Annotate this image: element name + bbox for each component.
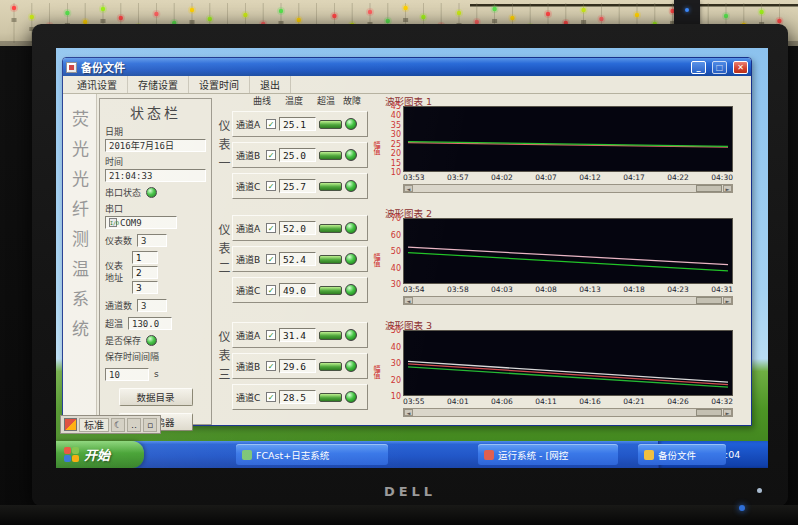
meter-address-list[interactable]: 123 [132,251,158,294]
meter-address-item[interactable]: 1 [132,251,158,264]
channel-temperature: 25.1 [279,117,316,131]
chart-scrollbar[interactable]: ◄► [403,184,733,193]
series-green-line [408,367,728,387]
channel-checkbox[interactable]: ✓ [266,254,276,264]
scroll-thumb[interactable] [696,409,722,416]
channel-checkbox[interactable]: ✓ [266,361,276,371]
chart-y-axis: 7060504030 [381,218,403,284]
overtemp-led [319,182,342,191]
scroll-left-arrow[interactable]: ◄ [404,409,413,416]
scroll-thumb[interactable] [696,297,722,304]
channel-checkbox[interactable]: ✓ [266,181,276,191]
scroll-right-arrow[interactable]: ► [723,409,732,416]
chart-title: 波形图表 2 [371,206,749,218]
ime-options-icon[interactable]: ‥ [127,418,141,432]
meter-address-item[interactable]: 3 [132,281,158,294]
y-tick: 20 [391,376,401,385]
scroll-right-arrow[interactable]: ► [723,297,732,304]
channel-row: 通道A✓25.1 [232,111,368,137]
serial-status-label: 串口状态 [105,186,141,199]
y-tick: 70 [391,214,401,223]
x-tick: 04:01 [447,397,469,406]
x-tick: 04:22 [667,173,689,182]
menu-item-2[interactable]: 设置时间 [189,76,250,93]
fault-led [345,180,357,192]
fault-led [345,329,357,341]
channel-checkbox[interactable]: ✓ [266,392,276,402]
system-name: 荧光光纤测温系统 [67,110,92,350]
meter-addr-label: 仪表地址 [105,261,127,284]
y-tick: 25 [391,140,401,149]
chart-scrollbar[interactable]: ◄► [403,296,733,305]
menu-item-3[interactable]: 退出 [250,76,291,93]
chart-y-axis-label: 幅值 [371,218,381,284]
desk-blue-led [739,505,745,511]
ime-logo-icon[interactable] [64,418,77,431]
maximize-button[interactable]: □ [712,61,727,74]
close-button[interactable]: ✕ [733,61,748,74]
channel-label: 通道A [236,222,263,235]
desk [0,505,798,525]
x-tick: 04:13 [579,285,601,294]
channel-row: 通道C✓25.7 [232,173,368,199]
screen: 备份文件 _ □ ✕ 通讯设置存储设置设置时间退出 荧光光纤测温系统 状态栏 日… [56,48,768,468]
chart-title: 波形图表 1 [371,94,749,106]
save-interval-unit: s [154,369,159,379]
chart-y-axis: 5040302010 [381,330,403,396]
taskbar-task-2[interactable]: 备份文件 [638,444,726,465]
task-icon [242,450,252,460]
taskbar: 开始 21:04 FCAst+日志系统运行系统 - [网控备份文件 [56,441,768,468]
x-tick: 04:11 [535,397,557,406]
serial-port-select[interactable]: I/O COM9 [105,216,177,229]
channel-label: 通道B [236,253,263,266]
x-tick: 04:32 [711,397,733,406]
channel-temperature: 31.4 [279,328,316,342]
scroll-left-arrow[interactable]: ◄ [404,297,413,304]
fault-led [345,222,357,234]
taskbar-task-1[interactable]: 运行系统 - [网控 [478,444,618,465]
header-overtemp: 超温 [317,94,335,107]
channel-label: 通道C [236,391,263,404]
x-tick: 03:53 [403,173,425,182]
header-fault: 故障 [343,94,361,107]
window-titlebar[interactable]: 备份文件 _ □ ✕ [63,58,751,76]
task-icon [484,450,494,460]
data-directory-button[interactable]: 数据目录 [119,388,193,406]
start-button[interactable]: 开始 [56,441,144,468]
ime-toolbar-icon[interactable]: ▫ [143,418,157,432]
scroll-right-arrow[interactable]: ► [723,185,732,192]
save-led [146,335,157,346]
chart-scrollbar[interactable]: ◄► [403,408,733,417]
x-tick: 04:21 [623,397,645,406]
taskbar-task-0[interactable]: FCAst+日志系统 [236,444,388,465]
status-panel-title: 状态栏 [105,102,206,122]
instrument-name: 仪表二 [215,215,232,303]
channel-checkbox[interactable]: ✓ [266,223,276,233]
y-tick: 30 [391,359,401,368]
save-interval-value: 10 [105,368,149,381]
x-tick: 04:26 [667,397,689,406]
ime-bar[interactable]: 标准 ☾ ‥ ▫ [60,415,161,434]
status-panel: 状态栏 日期 2016年7月16日 时间 21:04:33 串口状态 串口 I/… [99,98,212,425]
x-tick: 03:54 [403,285,425,294]
instrument-group: 仪表二通道A✓52.0通道B✓52.4通道C✓49.0 [215,215,368,303]
menu-item-1[interactable]: 存储设置 [128,76,189,93]
scroll-thumb[interactable] [696,185,722,192]
channel-checkbox[interactable]: ✓ [266,150,276,160]
x-tick: 04:03 [491,285,513,294]
channel-checkbox[interactable]: ✓ [266,285,276,295]
channel-checkbox[interactable]: ✓ [266,119,276,129]
moon-icon[interactable]: ☾ [111,418,125,432]
scroll-left-arrow[interactable]: ◄ [404,185,413,192]
ime-mode-label[interactable]: 标准 [79,418,109,432]
y-tick: 40 [391,343,401,352]
header-temperature: 温度 [285,94,303,107]
start-label: 开始 [84,445,110,464]
channel-checkbox[interactable]: ✓ [266,330,276,340]
channel-label: 通道C [236,284,263,297]
meter-address-item[interactable]: 2 [132,266,158,279]
minimize-button[interactable]: _ [691,61,706,74]
x-tick: 04:30 [711,173,733,182]
channel-temperature: 52.4 [279,252,316,266]
menu-item-0[interactable]: 通讯设置 [67,76,128,93]
